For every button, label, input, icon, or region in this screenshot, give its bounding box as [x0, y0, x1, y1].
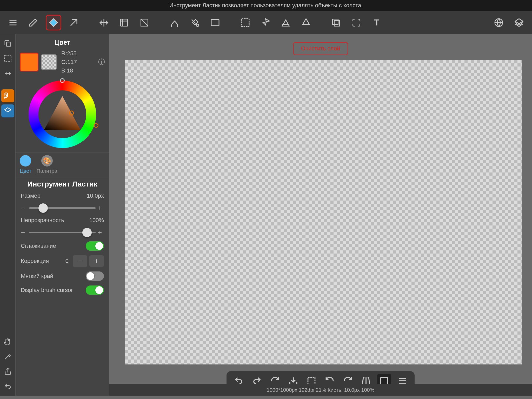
transform2-icon[interactable]	[349, 15, 364, 30]
canvas-checkerboard	[125, 60, 522, 364]
color-wheel-container[interactable]	[16, 78, 109, 152]
smudge-icon[interactable]	[66, 15, 82, 30]
fill-icon[interactable]	[167, 15, 182, 30]
wheel-handle-right[interactable]	[94, 123, 98, 128]
transform-icon[interactable]	[116, 15, 132, 30]
svg-rect-8	[333, 19, 338, 24]
size-slider-container	[29, 207, 96, 209]
correction-row: Коррекция 0 − +	[21, 255, 104, 267]
wheel-handle-top[interactable]	[60, 78, 65, 83]
correction-plus-button[interactable]: +	[89, 255, 104, 267]
color-tab-palette[interactable]: 🎨 Палитра	[37, 155, 57, 174]
duplicate-icon[interactable]	[1, 37, 14, 50]
r-value: R:255	[61, 49, 77, 58]
opacity-minus-button[interactable]: −	[21, 228, 27, 237]
palette-tab-label: Палитра	[37, 168, 57, 174]
color-picker-icon[interactable]	[258, 15, 273, 30]
soft-edge-toggle-knob	[87, 272, 94, 280]
opacity-slider-thumb[interactable]	[82, 228, 92, 237]
smoothing-row: Сглаживание	[21, 241, 104, 251]
globe-icon[interactable]	[491, 15, 507, 30]
svg-rect-5	[211, 19, 219, 26]
move-icon[interactable]	[96, 15, 112, 30]
clone-icon[interactable]	[328, 15, 344, 30]
hand-icon[interactable]	[1, 335, 14, 348]
main-toolbar: T	[0, 11, 532, 34]
size-label: Размер	[21, 192, 57, 199]
canvas-wrapper[interactable]	[125, 60, 522, 364]
smoothing-toggle[interactable]	[86, 241, 104, 251]
display-brush-cursor-toggle[interactable]	[86, 285, 104, 295]
svg-marker-16	[44, 96, 81, 130]
rgb-values: R:255 G:117 B:18	[61, 49, 77, 75]
color-triangle-svg[interactable]	[42, 94, 83, 135]
color-info-icon[interactable]: ⓘ	[98, 57, 105, 66]
tool-title: Инструмент Ластик	[21, 180, 104, 188]
opacity-label: Непрозрачность	[21, 217, 64, 224]
correction-controls: − +	[73, 255, 104, 267]
canvas-area: Очистить слой	[109, 34, 532, 396]
status-bar: 1000*1000px 192dpi 21% Кисть: 10.0px 100…	[109, 384, 532, 396]
svg-rect-52	[308, 377, 315, 384]
flip-transform-icon[interactable]	[1, 67, 14, 80]
palette-tab-icon: 🎨	[41, 155, 53, 167]
rectangle-icon[interactable]	[207, 15, 223, 30]
opacity-value: 100%	[89, 217, 104, 224]
smoothing-toggle-knob	[95, 242, 103, 250]
opacity-row: Непрозрачность 100%	[21, 217, 104, 224]
correction-minus-button[interactable]: −	[73, 255, 87, 267]
size-slider-track[interactable]	[29, 207, 96, 209]
secondary-color-swatch[interactable]	[41, 54, 57, 70]
display-brush-cursor-row: Display brush cursor	[21, 285, 104, 295]
color-section-title: Цвет	[16, 34, 109, 49]
color-wheel-inner[interactable]	[38, 90, 86, 138]
opacity-slider-track[interactable]	[29, 232, 96, 233]
display-brush-cursor-label: Display brush cursor	[21, 287, 86, 294]
size-slider-row: − +	[21, 204, 104, 212]
soft-edge-label: Мягкий край	[21, 273, 86, 280]
opacity-plus-button[interactable]: +	[98, 228, 104, 237]
clear-layer-button[interactable]: Очистить слой	[293, 42, 348, 55]
main-content: Цвет R:255 G:117 B:18 ⓘ	[0, 34, 532, 396]
dodge-burn-icon[interactable]	[278, 15, 294, 30]
top-notification-bar: Инструмент Ластик позволяет пользователя…	[0, 0, 532, 11]
color-tab-label: Цвет	[20, 168, 31, 174]
selection-icon[interactable]	[237, 15, 253, 30]
color-tab-color[interactable]: Цвет	[20, 155, 31, 174]
svg-rect-3	[121, 19, 128, 26]
layers2-icon[interactable]	[1, 104, 14, 117]
warp-icon[interactable]	[137, 15, 152, 30]
smoothing-label: Сглаживание	[21, 243, 86, 249]
color-wheel[interactable]	[29, 81, 96, 148]
side-panel: Цвет R:255 G:117 B:18 ⓘ	[16, 34, 109, 396]
opacity-slider-row: − +	[21, 228, 104, 237]
color-tab-circle	[20, 155, 31, 167]
menu-icon[interactable]	[5, 15, 21, 30]
paint-bucket-icon[interactable]	[187, 15, 203, 30]
share-icon[interactable]	[1, 365, 14, 378]
svg-marker-14	[4, 108, 11, 112]
back-icon[interactable]	[1, 380, 14, 393]
size-slider-thumb[interactable]	[38, 203, 48, 213]
eyedropper-icon[interactable]	[1, 350, 14, 363]
size-row: Размер 10.0px	[21, 192, 104, 199]
selection-dotted-icon[interactable]	[1, 52, 14, 65]
b-value: B:18	[61, 66, 77, 75]
size-minus-button[interactable]: −	[21, 204, 27, 212]
color-swatches-area: R:255 G:117 B:18 ⓘ	[16, 49, 109, 78]
pencil-icon[interactable]	[25, 15, 41, 30]
layers-icon[interactable]	[511, 15, 527, 30]
svg-rect-6	[241, 19, 249, 26]
eraser-icon[interactable]	[46, 15, 61, 30]
svg-rect-53	[381, 377, 388, 384]
color-triangle[interactable]	[42, 94, 83, 135]
brush-tool-icon[interactable]	[1, 89, 14, 102]
primary-color-swatch[interactable]	[20, 53, 38, 71]
svg-rect-13	[4, 55, 11, 62]
text-icon[interactable]: T	[369, 15, 384, 30]
soft-edge-toggle[interactable]	[86, 271, 104, 281]
liquify-icon[interactable]	[298, 15, 314, 30]
tool-section: Инструмент Ластик Размер 10.0px − + Непр…	[16, 177, 109, 303]
size-plus-button[interactable]: +	[98, 204, 104, 212]
svg-point-4	[196, 24, 199, 26]
